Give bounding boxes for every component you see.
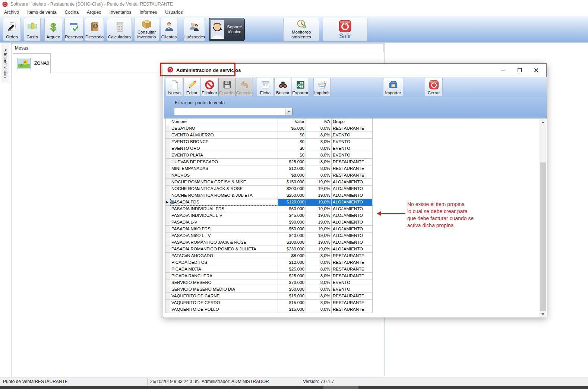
reservas-icon (69, 19, 80, 35)
toolbar-button-directorio[interactable]: @Directorio (85, 18, 104, 41)
table-row[interactable]: PASADíA FDS$120.00019,0%ALOJAMIENTO (165, 199, 373, 206)
toolbar-button-salir[interactable]: Salir (323, 18, 367, 41)
table-row[interactable]: PICADA DEDITOS$12.0008,0%RESTAURANTE (165, 259, 373, 266)
sidebar-tab-administracion[interactable]: Administración (1, 44, 9, 82)
toolbar-button-monitoreo-ambientes[interactable]: Monitoreo ambientes (283, 18, 319, 41)
table-row[interactable]: EVENTO ALMUERZO$08,0%EVENTO (165, 132, 373, 139)
dialog-button-buscar[interactable]: Buscar (274, 78, 291, 96)
menu-archivo[interactable]: Archivo (4, 10, 19, 15)
close-button[interactable] (528, 65, 544, 76)
table-row[interactable]: NACHOS$8.0008,0%RESTAURANTE (165, 172, 373, 179)
dialog-button-exportar[interactable]: XExportar (292, 78, 309, 96)
dialog-button-guardar[interactable]: Guardar (218, 78, 235, 96)
table-row[interactable]: EVENTO PLATA$08,0%EVENTO (165, 152, 373, 159)
cell-nombre: PICADA RANCHERA (170, 273, 278, 279)
filter-combobox[interactable] (174, 108, 293, 115)
maximize-button[interactable] (511, 65, 528, 76)
menu-informes[interactable]: Informes (140, 10, 157, 15)
cell-grupo: ALOJAMIENTO (332, 239, 373, 246)
column-header-valor[interactable]: Valor (278, 118, 306, 125)
button-label: Eliminar (202, 91, 217, 95)
row-marker (165, 139, 170, 145)
table-row[interactable]: PASADíA ROMANTICO ROMEO & JULIETA$230.00… (165, 246, 373, 253)
dialog-button-ficha[interactable]: Ficha (257, 78, 274, 96)
column-header-grupo[interactable]: Grupo (332, 118, 373, 125)
menu-usuarios[interactable]: Usuarios (165, 10, 183, 15)
table-row[interactable]: VAQUERITO DE POLLO$15.0008,0%RESTAURANTE (165, 306, 373, 313)
toolbar-button-consultar-inventario[interactable]: Consultar inventario (134, 18, 159, 41)
cell-grupo: RESTAURANTE (332, 172, 373, 179)
tab-zona0[interactable]: ZONA0 (13, 53, 51, 73)
button-label: Gasto (26, 35, 38, 39)
button-label: Buscar (276, 91, 290, 95)
cell-iva: 19,0% (306, 186, 332, 192)
menu-cocina[interactable]: Cocina (65, 10, 79, 15)
dropdown-button[interactable] (285, 108, 292, 115)
dialog-button-importar[interactable]: Importar (383, 78, 403, 96)
column-header-iva[interactable]: IVA (306, 118, 332, 125)
table-row[interactable]: PASADíA L-V$90.00019,0%ALOJAMIENTO (165, 219, 373, 226)
cell-iva: 19,0% (306, 212, 332, 219)
table-row[interactable]: PASADíA NIñO L - V$40.00019,0%ALOJAMIENT… (165, 233, 373, 239)
toolbar-button-huespedes[interactable]: Huéspedes (184, 18, 205, 41)
table-row[interactable]: SERVICIO MESERO$70.0008,0%EVENTO (165, 279, 373, 286)
table-row[interactable]: PICADA RANCHERA$25.0008,0%RESTAURANTE (165, 273, 373, 279)
table-row[interactable]: VAQUERITO DE CARNE$15.0008,0%RESTAURANTE (165, 293, 373, 300)
cell-valor: $50.000 (278, 286, 306, 293)
filter-panel: Filtrar por punto de venta (164, 97, 547, 118)
table-row[interactable]: SERVICIO MESERO MEDIO DíA$50.0008,0%EVEN… (165, 286, 373, 293)
dialog-button-imprimir[interactable]: Imprimir (313, 78, 331, 96)
cell-valor: $50.000 (278, 226, 306, 233)
cell-grupo: ALOJAMIENTO (332, 226, 373, 233)
table-row[interactable]: HUEVAS DE PESCADO$25.0008,0%RESTAURANTE (165, 159, 373, 165)
menu-arqueo[interactable]: Arqueo (87, 10, 101, 15)
table-row[interactable]: PASADíA INDIVIDUAL FDS$60.00019,0%ALOJAM… (165, 206, 373, 212)
button-label: Clientes (161, 35, 177, 39)
cell-iva: 19,0% (306, 233, 332, 239)
grid-vertical-scrollbar[interactable] (540, 119, 546, 317)
status-punto-venta: Punto de Venta:RESTAURANTE (3, 377, 68, 386)
cell-iva: 8,0% (306, 253, 332, 259)
mesas-title: Mesas (15, 45, 28, 51)
cell-grupo: EVENTO (332, 152, 373, 159)
menu-inventarios[interactable]: Inventarios (110, 10, 132, 15)
toolbar-button-soporte-tecnico[interactable]: Soporte técnico (209, 18, 245, 41)
dialog-button-eliminar[interactable]: Eliminar (201, 78, 218, 96)
table-row[interactable]: PASADíA INDIVIDUAL L-V$45.00019,0%ALOJAM… (165, 212, 373, 219)
table-row[interactable]: NOCHE ROMáNTICA GREISY & MIKE$150.00019,… (165, 179, 373, 186)
table-row[interactable]: EVENTO BRONCE$08,0%EVENTO (165, 139, 373, 145)
chevron-up-icon (541, 120, 544, 123)
scrollbar-thumb[interactable] (540, 162, 546, 311)
column-header-nombre[interactable]: Nombre (170, 118, 278, 125)
table-row[interactable]: MINI EMPANADAS$12.0008,0%RESTAURANTE (165, 165, 373, 172)
table-row[interactable]: EVENTO ORO$08,0%EVENTO (165, 145, 373, 152)
table-row[interactable]: NOCHE ROMáNTICA JACK & ROSE$200.00019,0%… (165, 186, 373, 192)
toolbar-button-calculadora[interactable]: Calculadora (107, 18, 132, 41)
table-row[interactable]: PASADíA NIñO FDS$50.00019,0%ALOJAMIENTO (165, 226, 373, 233)
row-marker (165, 266, 170, 273)
toolbar-button-gasto[interactable]: Gasto (24, 18, 41, 41)
eliminar-icon (205, 79, 215, 91)
cell-iva: 19,0% (306, 219, 332, 226)
table-row[interactable]: VAQUERITO DE CERDO$15.0008,0%RESTAURANTE (165, 300, 373, 306)
toolbar-button-clientes[interactable]: Clientes (161, 18, 177, 41)
cell-nombre: PICADA DEDITOS (170, 259, 278, 266)
scroll-down-button[interactable] (540, 311, 546, 317)
dialog-button-editar[interactable]: Editar (183, 78, 200, 96)
toolbar-button-orden[interactable]: Orden (3, 18, 21, 41)
menu-items-de-venta[interactable]: Items de venta (27, 10, 57, 15)
table-row[interactable]: PASADíA ROMANTICO JACK & ROSE$180.00019,… (165, 239, 373, 246)
toolbar-button-arqueo[interactable]: $Arqueo (44, 18, 62, 41)
toolbar-button-reservas[interactable]: Reservas (64, 18, 83, 41)
scroll-up-button[interactable] (540, 119, 546, 125)
cell-valor: $0 (278, 132, 306, 139)
dialog-button-nuevo[interactable]: Nuevo (166, 78, 183, 96)
cell-grupo: RESTAURANTE (332, 159, 373, 165)
minimize-button[interactable] (495, 65, 511, 76)
table-row[interactable]: PICADA MIXTA$25.0008,0%RESTAURANTE (165, 266, 373, 273)
table-row[interactable]: PATACóN AHOGADO$8.0008,0%RESTAURANTE (165, 253, 373, 259)
table-row[interactable]: DESAYUNO$5.0008,0%RESTAURANTE (165, 125, 373, 132)
dialog-button-cerrar[interactable]: Cerrar (425, 78, 443, 96)
dialog-button-cancelar[interactable]: Cancelar (236, 78, 253, 96)
table-row[interactable]: NOCHE ROMáNTICA ROMEO & JULIETA$250.0001… (165, 192, 373, 199)
